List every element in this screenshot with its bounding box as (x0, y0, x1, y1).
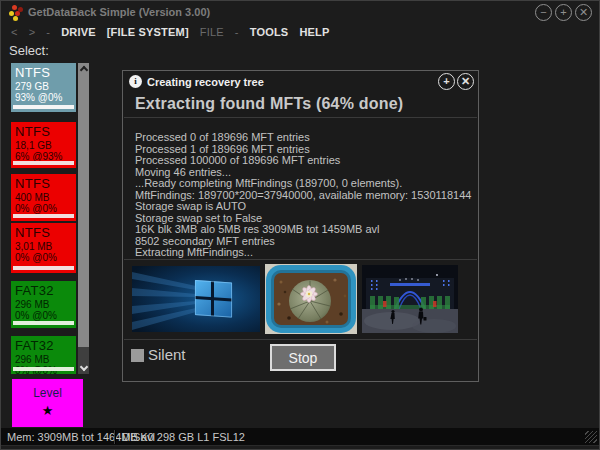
level-label: Level (12, 379, 83, 400)
partition-progress-bar (13, 266, 74, 270)
menu-item-tools[interactable]: TOOLS (250, 26, 289, 38)
thumbnail-night-station (362, 265, 458, 333)
menu-item-help[interactable]: HELP (299, 26, 329, 38)
partition-progress-bar (13, 321, 74, 325)
separator (124, 117, 477, 118)
partition-tile[interactable]: FAT32 296 MB 0% @0% (11, 336, 76, 374)
preview-thumbnails (132, 264, 458, 334)
stop-button[interactable]: Stop (270, 344, 336, 371)
log-line: Extracting MftFindings... (135, 247, 472, 259)
partition-progress-bar (13, 161, 74, 165)
partition-progress-bar (13, 105, 74, 109)
thumbnail-cactus-flower (265, 264, 357, 334)
titlebar: GetDataBack Simple (Version 3.00) − + ✕ (1, 1, 599, 23)
menu-item-file: FILE (200, 26, 224, 38)
status-bar: Mem: 3909MB tot 1464MB avl DISK0 298 GB … (1, 428, 599, 446)
log-line: 8502 secondary MFT entries (135, 236, 472, 248)
scrollbar-down-icon[interactable] (79, 363, 87, 371)
log-line: Processed 100000 of 189696 MFT entries (135, 155, 472, 167)
partition-progress-bar (13, 214, 74, 218)
partition-progress-bar (13, 367, 74, 371)
menu-item-file-system[interactable]: [FILE SYSTEM] (107, 26, 189, 38)
log-line: MftFindings: 189700*200=37940000, availa… (135, 190, 472, 202)
log-line: Processed 0 of 189696 MFT entries (135, 132, 472, 144)
minimize-button[interactable]: − (535, 4, 552, 21)
log-line: ...Ready completing MftFindings (189700,… (135, 178, 472, 190)
partition-tile[interactable]: FAT32 296 MB 0% @0% (11, 281, 76, 328)
scrollbar-thumb[interactable] (78, 63, 89, 347)
window-controls: − + ✕ (535, 4, 592, 21)
resize-grip-icon[interactable] (585, 431, 597, 443)
partition-scrollbar[interactable] (78, 63, 89, 374)
maximize-button[interactable]: + (555, 4, 572, 21)
status-divider (114, 430, 116, 444)
level-tile[interactable]: Level ★ (12, 379, 83, 427)
separator (124, 259, 477, 260)
log-line: 16K blk 3MB alo 5MB res 3909MB tot 1459M… (135, 224, 472, 236)
progress-heading: Extracting found MFTs (64% done) (135, 95, 403, 113)
dialog-footer: Silent Stop (131, 343, 470, 375)
status-disk: DISK0 298 GB L1 FSL12 (122, 431, 245, 443)
dialog-header: i Creating recovery tree + ✕ (123, 71, 478, 93)
thumbnail-windows-wallpaper (132, 266, 260, 332)
menu-item-dash-2: - (235, 26, 239, 38)
partition-tile[interactable]: NTFS 18,1 GB 6% @93% (11, 122, 76, 168)
recovery-dialog: i Creating recovery tree + ✕ Extracting … (122, 70, 479, 382)
expand-button[interactable]: + (438, 73, 455, 90)
partition-tile[interactable]: NTFS 279 GB 93% @0% (11, 63, 76, 112)
silent-label: Silent (148, 346, 186, 363)
app-window: GetDataBack Simple (Version 3.00) − + ✕ … (0, 0, 600, 450)
dialog-close-button[interactable]: ✕ (457, 73, 474, 90)
dialog-title: Creating recovery tree (147, 76, 264, 88)
close-button[interactable]: ✕ (575, 4, 592, 21)
log-line: Storage swap set to False (135, 213, 472, 225)
log-line: Storage swap is AUTO (135, 201, 472, 213)
star-icon: ★ (12, 403, 83, 418)
log-line: Moving 46 entries... (135, 167, 472, 179)
log-line: Processed 1 of 189696 MFT entries (135, 144, 472, 156)
separator (124, 339, 477, 340)
dialog-buttons: + ✕ (438, 73, 474, 90)
log-output: Processed 0 of 189696 MFT entriesProcess… (135, 132, 472, 259)
info-icon: i (129, 75, 142, 88)
partition-tile[interactable]: NTFS 400 MB 0% @0% (11, 174, 76, 221)
silent-checkbox[interactable] (131, 349, 144, 362)
partition-tile[interactable]: NTFS 3,01 MB 0% @0% (11, 223, 76, 273)
